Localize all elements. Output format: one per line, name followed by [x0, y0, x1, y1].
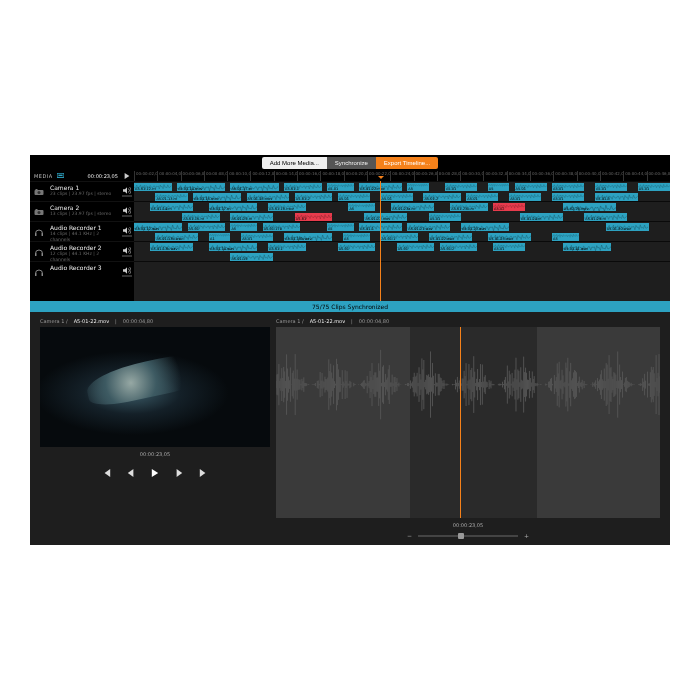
timeline-clip[interactable]: A5 — [230, 223, 257, 231]
timeline-clip[interactable]: A5-01-1 — [284, 183, 322, 191]
svg-point-6 — [38, 211, 41, 214]
timeline-clip[interactable]: A5-01-2 — [295, 193, 333, 201]
timeline-clip[interactable]: A5-01-14.m — [150, 203, 193, 211]
timeline-lane[interactable] — [134, 261, 670, 281]
timeline-clip[interactable]: A5-01 — [493, 243, 525, 251]
play-icon[interactable] — [124, 173, 130, 179]
track-header[interactable]: Audio Recorder 1 14 clips | 44.1 KHz | 2… — [30, 221, 134, 241]
track-header[interactable]: Audio Recorder 3 — [30, 261, 134, 281]
waveform-cursor[interactable] — [460, 327, 461, 518]
timeline-clip[interactable]: A5-01-22.mov — [359, 183, 402, 191]
timeline-clip[interactable]: A5 — [343, 233, 370, 241]
timeline-clip[interactable]: A5-01-30.wav — [606, 223, 649, 231]
timeline-clip[interactable]: A5-02 — [493, 203, 525, 211]
timeline-lane[interactable]: A5-01-12.mA5-01-14.movA5-01-17.mA5-01-1A… — [134, 181, 670, 201]
timeline-clip[interactable]: A5-01-2 — [423, 193, 461, 201]
step-fwd-icon[interactable] — [175, 469, 183, 477]
timeline-clip[interactable]: A5-01-18b.wav — [284, 233, 332, 241]
timeline-clip[interactable]: A5-01-1 — [268, 243, 306, 251]
timeline-clip[interactable]: A5 — [407, 183, 428, 191]
track-header[interactable]: Camera 2 13 clips | 23.97 fps | stereo — [30, 201, 134, 221]
time-ruler[interactable]: 00:00:02,0000:00:04,0000:00:06,0000:00:0… — [134, 171, 670, 181]
timeline-clip[interactable]: A5-01 — [241, 233, 273, 241]
timeline-clip[interactable]: A5 — [552, 233, 579, 241]
speaker-icon[interactable] — [120, 262, 134, 281]
ruler-tick: 00:00:16,00 — [297, 171, 320, 181]
zoom-out-icon[interactable]: − — [407, 532, 412, 539]
zoom-slider[interactable] — [418, 535, 518, 537]
timeline-clip[interactable]: A5 — [488, 183, 509, 191]
timeline-clip[interactable]: A5-01-17b — [263, 223, 301, 231]
speaker-icon[interactable] — [120, 182, 134, 201]
timeline-clip[interactable]: A5-01 — [188, 223, 226, 231]
track-header[interactable]: Camera 1 23 clips | 23.97 fps | stereo — [30, 181, 134, 201]
timeline-clip[interactable]: A5-01 — [552, 183, 584, 191]
timeline-clip[interactable]: A5-01-22.mov — [364, 213, 407, 221]
timeline-clip[interactable]: A5-01-15.mov — [193, 193, 241, 201]
track-header[interactable]: Audio Recorder 2 12 clips | 44.1 KHz | 2… — [30, 241, 134, 261]
speaker-icon[interactable] — [120, 222, 134, 241]
timeline-clip[interactable]: A1 — [209, 233, 230, 241]
timeline-clip[interactable]: A5-01-13.m — [155, 193, 187, 201]
speaker-icon[interactable] — [120, 242, 134, 261]
timeline-clip[interactable]: A5-01-23b.m — [450, 203, 488, 211]
zoom-in-icon[interactable]: + — [524, 532, 529, 539]
timeline-lane[interactable]: A5-01-12.wavA5-01A5A5-01-17bA5A5-01-1A5-… — [134, 221, 670, 241]
timeline-clip[interactable]: A5-01-24.m — [520, 213, 563, 221]
timeline-clip[interactable]: A5-01-18.mov — [268, 203, 306, 211]
timeline-clip[interactable]: A5-01 — [509, 193, 541, 201]
play-icon[interactable] — [151, 469, 159, 477]
timeline-clip[interactable]: A5-01-12.wav — [134, 223, 182, 231]
timeline-clip[interactable]: A5-01-2 — [440, 243, 478, 251]
timeline-clip[interactable]: A5-01-1 — [359, 223, 402, 231]
timeline-clip[interactable]: A5-01-14.wav — [209, 243, 257, 251]
timeline-clip[interactable]: A5-01 — [429, 213, 461, 221]
timeline-clip[interactable]: A5-01 — [397, 243, 435, 251]
timeline-clip[interactable]: A5-01-13b.wav — [155, 233, 198, 241]
skip-end-icon[interactable] — [199, 469, 207, 477]
timeline-clip[interactable]: A5-01-18.mov — [247, 193, 290, 201]
timeline-clip[interactable]: A5-01 — [515, 183, 547, 191]
timeline-clip[interactable]: A5-01-17.m — [209, 203, 257, 211]
waveform-display[interactable] — [276, 327, 660, 518]
timeline-clip[interactable]: A5-01-29.m — [584, 213, 627, 221]
speaker-icon[interactable] — [120, 202, 134, 221]
timeline[interactable]: 00:00:02,0000:00:04,0000:00:06,0000:00:0… — [134, 171, 670, 301]
timeline-clip[interactable]: A5-01-12.m — [134, 183, 172, 191]
timeline-clip[interactable]: A5-01-16.m — [182, 213, 220, 221]
preview-frame[interactable] — [40, 327, 270, 447]
timeline-clip[interactable]: A5-01-13b.wav — [150, 243, 193, 251]
timeline-clip[interactable]: A5-01-41.wav — [563, 243, 611, 251]
timeline-clip[interactable]: A5-01-17.m — [230, 183, 278, 191]
synchronize-button[interactable]: Synchronize — [327, 157, 376, 169]
timeline-clip[interactable]: A5-01-22.wav — [429, 233, 472, 241]
timeline-clip[interactable]: A5-02-26.mov — [563, 203, 617, 211]
skip-start-icon[interactable] — [103, 469, 111, 477]
timeline-clip[interactable]: A5 — [327, 223, 354, 231]
timeline-clip[interactable]: A5-01-15 — [230, 253, 273, 261]
timeline-clip[interactable]: A5-01-3 — [595, 193, 638, 201]
timeline-clip[interactable]: A5-01-14.mov — [177, 183, 225, 191]
timeline-clip[interactable]: A5-01 — [638, 183, 670, 191]
timeline-clip[interactable]: A5-01-25.m — [230, 213, 273, 221]
timeline-clip[interactable]: A5 — [348, 203, 375, 211]
timeline-clip[interactable]: A5-01 — [595, 183, 627, 191]
export-timeline-button[interactable]: Export Timeline... — [376, 157, 438, 169]
timeline-clip[interactable]: A5-01-21.wav — [407, 223, 450, 231]
timeline-clip[interactable]: A5-01-23.wav — [461, 223, 509, 231]
timeline-clip[interactable]: A5-01 — [466, 193, 498, 201]
timeline-clip[interactable]: A5-01 — [295, 213, 333, 221]
timeline-clip[interactable]: A5-01 — [381, 193, 413, 201]
timeline-clip[interactable]: A5-01 — [338, 243, 376, 251]
timeline-lane[interactable]: A5-01-14.mA5-01-17.mA5-01-18.movA5A5-01-… — [134, 201, 670, 221]
timeline-clip[interactable]: A5-01-1 — [381, 233, 419, 241]
timeline-clip[interactable]: A5-01 — [338, 193, 370, 201]
add-media-button[interactable]: Add More Media... — [262, 157, 327, 169]
timeline-clip[interactable]: A5-01-23a.m — [391, 203, 434, 211]
timeline-clip[interactable]: A5-01 — [327, 183, 354, 191]
timeline-clip[interactable]: A5-01-25.wav — [488, 233, 531, 241]
step-back-icon[interactable] — [127, 469, 135, 477]
timeline-lane[interactable]: A5-01-13b.wavA5-01-14.wavA5-01-1A5-01A5-… — [134, 241, 670, 261]
timeline-clip[interactable]: A5-01 — [552, 193, 584, 201]
timeline-clip[interactable]: A5-01 — [445, 183, 477, 191]
